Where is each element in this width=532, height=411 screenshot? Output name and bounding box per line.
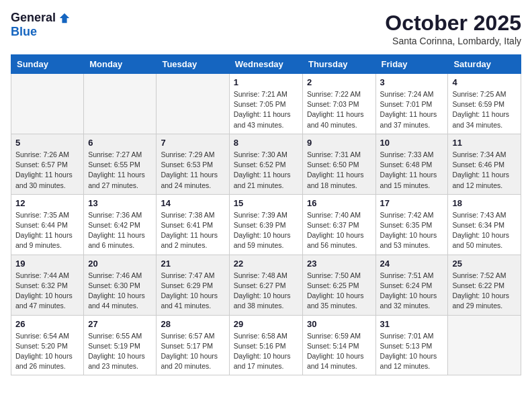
day-number: 18	[452, 198, 517, 208]
day-info: Sunrise: 7:46 AM Sunset: 6:30 PM Dayligh…	[88, 271, 152, 312]
day-info: Sunrise: 7:24 AM Sunset: 7:01 PM Dayligh…	[380, 89, 444, 130]
calendar-cell: 13Sunrise: 7:36 AM Sunset: 6:42 PM Dayli…	[84, 194, 157, 255]
calendar-cell: 24Sunrise: 7:51 AM Sunset: 6:24 PM Dayli…	[375, 255, 448, 315]
day-number: 24	[380, 259, 444, 269]
calendar-cell: 7Sunrise: 7:29 AM Sunset: 6:53 PM Daylig…	[157, 134, 229, 194]
day-number: 11	[452, 138, 517, 148]
day-info: Sunrise: 7:34 AM Sunset: 6:46 PM Dayligh…	[452, 150, 517, 191]
header-saturday: Saturday	[448, 55, 521, 74]
calendar-cell: 27Sunrise: 6:55 AM Sunset: 5:19 PM Dayli…	[84, 315, 157, 375]
day-info: Sunrise: 7:52 AM Sunset: 6:22 PM Dayligh…	[452, 271, 517, 312]
calendar-week-row: 19Sunrise: 7:44 AM Sunset: 6:32 PM Dayli…	[11, 255, 521, 315]
day-number: 15	[234, 198, 298, 208]
calendar-cell: 28Sunrise: 6:57 AM Sunset: 5:17 PM Dayli…	[157, 315, 229, 375]
day-number: 29	[234, 319, 298, 329]
calendar-cell: 19Sunrise: 7:44 AM Sunset: 6:32 PM Dayli…	[11, 255, 84, 315]
day-number: 20	[88, 259, 152, 269]
calendar-week-row: 26Sunrise: 6:54 AM Sunset: 5:20 PM Dayli…	[11, 315, 521, 375]
day-number: 21	[161, 259, 224, 269]
day-info: Sunrise: 7:42 AM Sunset: 6:35 PM Dayligh…	[380, 210, 444, 251]
calendar-cell: 16Sunrise: 7:40 AM Sunset: 6:37 PM Dayli…	[302, 194, 375, 255]
calendar-cell: 14Sunrise: 7:38 AM Sunset: 6:41 PM Dayli…	[157, 194, 229, 255]
header-friday: Friday	[375, 55, 448, 74]
day-number: 19	[15, 259, 79, 269]
day-info: Sunrise: 7:47 AM Sunset: 6:29 PM Dayligh…	[161, 271, 224, 312]
calendar-cell: 9Sunrise: 7:31 AM Sunset: 6:50 PM Daylig…	[302, 134, 375, 194]
day-info: Sunrise: 7:43 AM Sunset: 6:34 PM Dayligh…	[452, 210, 517, 251]
day-number: 2	[307, 77, 371, 87]
logo-blue-text: Blue	[11, 25, 37, 39]
day-number: 17	[380, 198, 444, 208]
day-info: Sunrise: 7:39 AM Sunset: 6:39 PM Dayligh…	[234, 210, 298, 251]
day-number: 7	[161, 138, 224, 148]
day-number: 16	[307, 198, 371, 208]
calendar-cell: 17Sunrise: 7:42 AM Sunset: 6:35 PM Dayli…	[375, 194, 448, 255]
day-info: Sunrise: 7:44 AM Sunset: 6:32 PM Dayligh…	[15, 271, 79, 312]
calendar-cell	[448, 315, 521, 375]
calendar-cell: 18Sunrise: 7:43 AM Sunset: 6:34 PM Dayli…	[448, 194, 521, 255]
calendar-cell: 26Sunrise: 6:54 AM Sunset: 5:20 PM Dayli…	[11, 315, 84, 375]
day-number: 6	[88, 138, 152, 148]
calendar-week-row: 12Sunrise: 7:35 AM Sunset: 6:44 PM Dayli…	[11, 194, 521, 255]
day-number: 13	[88, 198, 152, 208]
calendar-cell	[11, 74, 84, 134]
calendar-cell: 22Sunrise: 7:48 AM Sunset: 6:27 PM Dayli…	[229, 255, 302, 315]
day-info: Sunrise: 6:54 AM Sunset: 5:20 PM Dayligh…	[15, 331, 79, 372]
header-sunday: Sunday	[11, 55, 84, 74]
day-number: 27	[88, 319, 152, 329]
calendar-header-row: SundayMondayTuesdayWednesdayThursdayFrid…	[11, 55, 521, 74]
day-number: 12	[15, 198, 79, 208]
calendar-cell: 4Sunrise: 7:25 AM Sunset: 6:59 PM Daylig…	[448, 74, 521, 134]
header-tuesday: Tuesday	[157, 55, 229, 74]
header-wednesday: Wednesday	[229, 55, 302, 74]
calendar-cell: 8Sunrise: 7:30 AM Sunset: 6:52 PM Daylig…	[229, 134, 302, 194]
day-info: Sunrise: 7:29 AM Sunset: 6:53 PM Dayligh…	[161, 150, 224, 191]
title-block: October 2025 Santa Corinna, Lombardy, It…	[385, 11, 521, 46]
logo: General Blue	[11, 11, 71, 39]
calendar-cell: 3Sunrise: 7:24 AM Sunset: 7:01 PM Daylig…	[375, 74, 448, 134]
calendar-week-row: 5Sunrise: 7:26 AM Sunset: 6:57 PM Daylig…	[11, 134, 521, 194]
day-info: Sunrise: 7:50 AM Sunset: 6:25 PM Dayligh…	[307, 271, 371, 312]
day-info: Sunrise: 7:21 AM Sunset: 7:05 PM Dayligh…	[234, 89, 298, 130]
day-number: 3	[380, 77, 444, 87]
day-info: Sunrise: 7:51 AM Sunset: 6:24 PM Dayligh…	[380, 271, 444, 312]
day-number: 28	[161, 319, 224, 329]
day-info: Sunrise: 7:38 AM Sunset: 6:41 PM Dayligh…	[161, 210, 224, 251]
location-subtitle: Santa Corinna, Lombardy, Italy	[385, 36, 521, 46]
page-header: General Blue October 2025 Santa Corinna,…	[11, 11, 521, 46]
calendar-cell	[157, 74, 229, 134]
day-info: Sunrise: 6:55 AM Sunset: 5:19 PM Dayligh…	[88, 331, 152, 372]
calendar-cell: 25Sunrise: 7:52 AM Sunset: 6:22 PM Dayli…	[448, 255, 521, 315]
day-info: Sunrise: 7:31 AM Sunset: 6:50 PM Dayligh…	[307, 150, 371, 191]
calendar-cell: 6Sunrise: 7:27 AM Sunset: 6:55 PM Daylig…	[84, 134, 157, 194]
logo-icon	[58, 12, 71, 24]
day-info: Sunrise: 7:26 AM Sunset: 6:57 PM Dayligh…	[15, 150, 79, 191]
header-thursday: Thursday	[302, 55, 375, 74]
day-info: Sunrise: 7:25 AM Sunset: 6:59 PM Dayligh…	[452, 89, 517, 130]
day-info: Sunrise: 7:01 AM Sunset: 5:13 PM Dayligh…	[380, 331, 444, 372]
calendar-cell: 23Sunrise: 7:50 AM Sunset: 6:25 PM Dayli…	[302, 255, 375, 315]
day-number: 5	[15, 138, 79, 148]
calendar-cell: 15Sunrise: 7:39 AM Sunset: 6:39 PM Dayli…	[229, 194, 302, 255]
calendar-week-row: 1Sunrise: 7:21 AM Sunset: 7:05 PM Daylig…	[11, 74, 521, 134]
calendar-cell: 1Sunrise: 7:21 AM Sunset: 7:05 PM Daylig…	[229, 74, 302, 134]
day-info: Sunrise: 7:27 AM Sunset: 6:55 PM Dayligh…	[88, 150, 152, 191]
header-monday: Monday	[84, 55, 157, 74]
calendar-cell	[84, 74, 157, 134]
day-info: Sunrise: 7:48 AM Sunset: 6:27 PM Dayligh…	[234, 271, 298, 312]
calendar-table: SundayMondayTuesdayWednesdayThursdayFrid…	[11, 54, 521, 375]
calendar-cell: 12Sunrise: 7:35 AM Sunset: 6:44 PM Dayli…	[11, 194, 84, 255]
calendar-cell: 30Sunrise: 6:59 AM Sunset: 5:14 PM Dayli…	[302, 315, 375, 375]
svg-marker-0	[60, 13, 69, 22]
day-number: 1	[234, 77, 298, 87]
day-info: Sunrise: 7:36 AM Sunset: 6:42 PM Dayligh…	[88, 210, 152, 251]
day-info: Sunrise: 6:57 AM Sunset: 5:17 PM Dayligh…	[161, 331, 224, 372]
calendar-cell: 5Sunrise: 7:26 AM Sunset: 6:57 PM Daylig…	[11, 134, 84, 194]
calendar-cell: 29Sunrise: 6:58 AM Sunset: 5:16 PM Dayli…	[229, 315, 302, 375]
calendar-cell: 20Sunrise: 7:46 AM Sunset: 6:30 PM Dayli…	[84, 255, 157, 315]
day-number: 9	[307, 138, 371, 148]
calendar-cell: 31Sunrise: 7:01 AM Sunset: 5:13 PM Dayli…	[375, 315, 448, 375]
calendar-cell: 2Sunrise: 7:22 AM Sunset: 7:03 PM Daylig…	[302, 74, 375, 134]
day-number: 8	[234, 138, 298, 148]
day-info: Sunrise: 7:30 AM Sunset: 6:52 PM Dayligh…	[234, 150, 298, 191]
